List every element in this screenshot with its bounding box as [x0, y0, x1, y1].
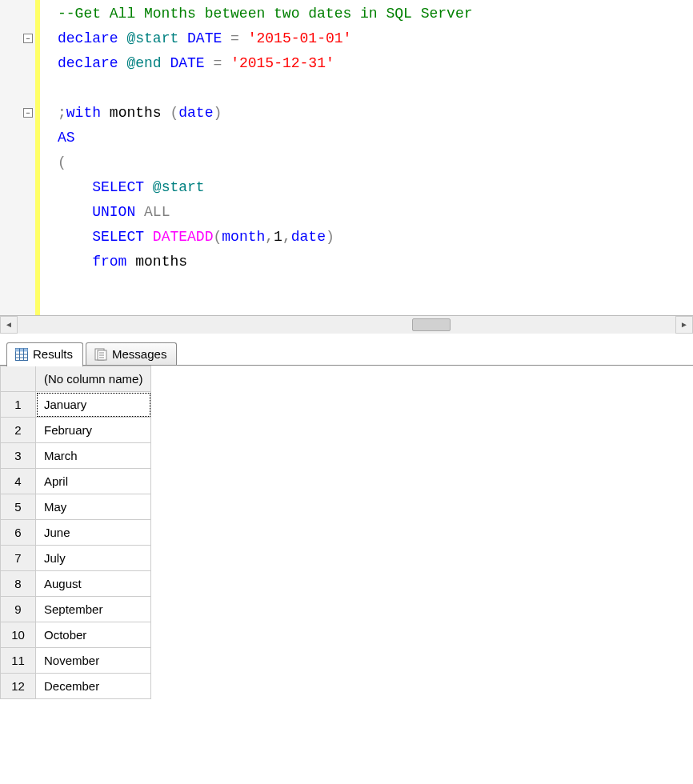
table-row[interactable]: 11November [1, 648, 151, 674]
fold-toggle[interactable]: − [23, 34, 33, 43]
fold-toggle[interactable]: − [23, 108, 33, 118]
scroll-right-button[interactable]: ► [675, 316, 693, 334]
cell-value[interactable]: February [36, 418, 151, 443]
cell-value[interactable]: June [36, 520, 151, 546]
code-token [118, 55, 127, 71]
code-token: month [222, 229, 265, 245]
row-number[interactable]: 6 [1, 520, 36, 546]
cell-value[interactable]: December [36, 674, 151, 699]
code-token: DATE [187, 30, 222, 46]
code-line[interactable]: UNION ALL [43, 200, 693, 225]
code-token: UNION [92, 204, 135, 220]
results-grid[interactable]: (No column name) 1January2February3March… [0, 366, 151, 699]
row-number[interactable]: 4 [1, 469, 36, 494]
cell-value[interactable]: March [36, 443, 151, 469]
code-token: @start [153, 179, 205, 195]
table-row[interactable]: 7July [1, 546, 151, 571]
code-token [162, 55, 170, 71]
code-token: AS [58, 130, 75, 146]
code-token [144, 229, 153, 245]
cell-value[interactable]: January [36, 392, 151, 418]
code-token: months [126, 254, 187, 270]
code-token: ( [213, 229, 222, 245]
row-number[interactable]: 8 [1, 571, 36, 597]
messages-icon [94, 348, 107, 361]
svg-rect-1 [16, 348, 28, 351]
table-row[interactable]: 4April [1, 469, 151, 494]
code-token [58, 179, 92, 195]
row-number[interactable]: 2 [1, 418, 36, 443]
code-token: DATE [170, 55, 204, 71]
table-row[interactable]: 3March [1, 443, 151, 469]
code-token: ) [326, 229, 334, 245]
code-token: months [101, 105, 170, 121]
table-row[interactable]: 12December [1, 674, 151, 699]
cell-value[interactable]: October [36, 622, 151, 648]
code-line[interactable]: ( [43, 150, 693, 175]
code-token [58, 254, 92, 270]
row-number[interactable]: 9 [1, 597, 36, 622]
editor-gutter [0, 0, 35, 315]
table-row[interactable]: 8August [1, 571, 151, 597]
code-line[interactable]: AS [43, 126, 693, 150]
tab-messages-label: Messages [112, 347, 166, 361]
code-line[interactable]: SELECT DATEADD(month,1,date) [43, 225, 693, 250]
code-token [205, 55, 214, 71]
cell-value[interactable]: November [36, 648, 151, 674]
horizontal-scrollbar[interactable]: ◄ ► [0, 315, 693, 333]
code-token [222, 55, 230, 71]
tab-results[interactable]: Results [6, 342, 83, 366]
cell-value[interactable]: April [36, 469, 151, 494]
code-token: ; [58, 105, 66, 121]
code-line[interactable]: SELECT @start [43, 175, 693, 200]
code-line[interactable]: ;with months (date) [43, 101, 693, 126]
code-line[interactable]: declare @end DATE = '2015-12-31' [43, 51, 693, 76]
left-arrow-icon: ◄ [5, 320, 13, 329]
cell-value[interactable]: July [36, 546, 151, 571]
code-line[interactable]: declare @start DATE = '2015-01-01' [43, 26, 693, 51]
right-arrow-icon: ► [680, 320, 688, 329]
table-row[interactable]: 10October [1, 622, 151, 648]
row-number[interactable]: 10 [1, 622, 36, 648]
code-token [58, 229, 92, 245]
code-line[interactable] [43, 76, 693, 101]
row-number[interactable]: 11 [1, 648, 36, 674]
code-line[interactable]: --Get All Months between two dates in SQ… [43, 2, 693, 26]
scrollbar-thumb[interactable] [412, 318, 451, 331]
code-token: @start [126, 30, 178, 46]
code-token: declare [58, 30, 118, 46]
cell-value[interactable]: May [36, 494, 151, 520]
code-line[interactable]: from months [43, 250, 693, 274]
column-header[interactable]: (No column name) [36, 366, 151, 392]
tab-messages[interactable]: Messages [86, 342, 177, 366]
grid-corner [1, 366, 36, 392]
scrollbar-track[interactable] [18, 316, 675, 334]
row-number[interactable]: 3 [1, 443, 36, 469]
code-token: = [230, 30, 239, 46]
row-number[interactable]: 5 [1, 494, 36, 520]
cell-value[interactable]: September [36, 597, 151, 622]
code-token: --Get All Months between two dates in SQ… [58, 6, 472, 22]
code-token [118, 30, 127, 46]
row-number[interactable]: 7 [1, 546, 36, 571]
table-row[interactable]: 2February [1, 418, 151, 443]
code-token: from [92, 254, 126, 270]
table-row[interactable]: 9September [1, 597, 151, 622]
table-row[interactable]: 1January [1, 392, 151, 418]
code-token: ALL [144, 204, 170, 220]
scroll-left-button[interactable]: ◄ [0, 316, 18, 334]
code-token: ) [213, 105, 222, 121]
table-row[interactable]: 6June [1, 520, 151, 546]
sql-editor-pane[interactable]: −− --Get All Months between two dates in… [0, 0, 693, 315]
code-token [135, 204, 144, 220]
code-token: = [214, 55, 222, 71]
tab-results-label: Results [33, 347, 73, 361]
cell-value[interactable]: August [36, 571, 151, 597]
code-token: '2015-12-31' [230, 55, 334, 71]
code-token: 1 [274, 229, 282, 245]
row-number[interactable]: 1 [1, 392, 36, 418]
code-area[interactable]: --Get All Months between two dates in SQ… [43, 0, 693, 315]
row-number[interactable]: 12 [1, 674, 36, 699]
change-indicator-bar [35, 0, 40, 315]
table-row[interactable]: 5May [1, 494, 151, 520]
